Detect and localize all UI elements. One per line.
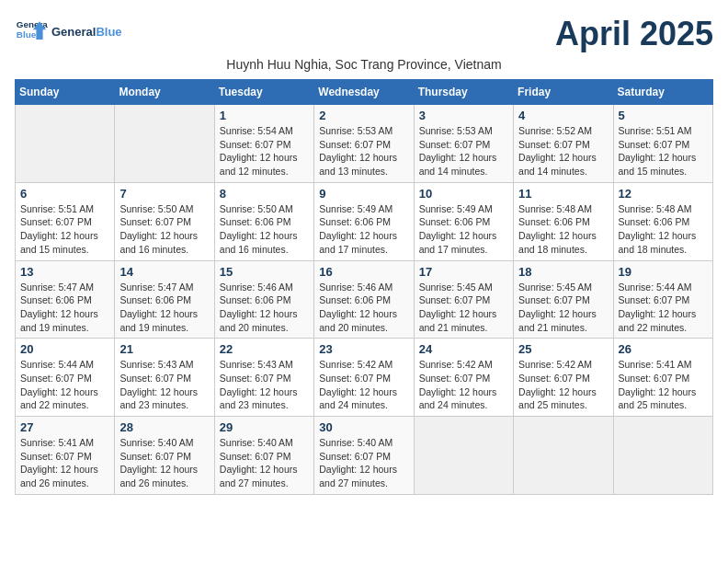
day-info: Sunrise: 5:50 AM Sunset: 6:06 PM Dayligh…	[220, 202, 309, 257]
day-number: 18	[518, 265, 608, 279]
calendar-subtitle: Huynh Huu Nghia, Soc Trang Province, Vie…	[15, 57, 713, 72]
calendar-cell: 14Sunrise: 5:47 AM Sunset: 6:06 PM Dayli…	[115, 260, 214, 339]
calendar-cell: 16Sunrise: 5:46 AM Sunset: 6:06 PM Dayli…	[314, 260, 414, 339]
day-number: 2	[319, 109, 408, 122]
day-header-monday: Monday	[115, 80, 214, 105]
day-number: 5	[619, 109, 708, 122]
day-number: 25	[518, 342, 608, 356]
day-number: 15	[220, 265, 309, 279]
calendar-cell: 5Sunrise: 5:51 AM Sunset: 6:07 PM Daylig…	[613, 105, 712, 183]
calendar-cell	[514, 417, 613, 495]
day-number: 30	[319, 420, 408, 434]
day-number: 22	[220, 342, 309, 356]
calendar-table: SundayMondayTuesdayWednesdayThursdayFrid…	[15, 79, 713, 495]
day-info: Sunrise: 5:42 AM Sunset: 6:07 PM Dayligh…	[518, 358, 608, 412]
calendar-cell: 26Sunrise: 5:41 AM Sunset: 6:07 PM Dayli…	[613, 339, 712, 417]
calendar-week-row: 13Sunrise: 5:47 AM Sunset: 6:06 PM Dayli…	[16, 260, 713, 339]
day-number: 16	[319, 265, 408, 279]
calendar-cell: 10Sunrise: 5:49 AM Sunset: 6:06 PM Dayli…	[414, 182, 513, 260]
day-number: 24	[419, 342, 508, 356]
calendar-cell: 30Sunrise: 5:40 AM Sunset: 6:07 PM Dayli…	[314, 417, 414, 495]
calendar-cell: 21Sunrise: 5:43 AM Sunset: 6:07 PM Dayli…	[115, 339, 214, 417]
day-number: 27	[20, 420, 109, 434]
day-header-friday: Friday	[514, 80, 613, 105]
day-info: Sunrise: 5:49 AM Sunset: 6:06 PM Dayligh…	[419, 202, 508, 257]
calendar-cell: 25Sunrise: 5:42 AM Sunset: 6:07 PM Dayli…	[514, 339, 613, 417]
calendar-week-row: 1Sunrise: 5:54 AM Sunset: 6:07 PM Daylig…	[16, 105, 713, 183]
day-info: Sunrise: 5:40 AM Sunset: 6:07 PM Dayligh…	[220, 436, 309, 490]
day-info: Sunrise: 5:44 AM Sunset: 6:07 PM Dayligh…	[619, 281, 708, 335]
day-number: 10	[419, 187, 508, 201]
day-info: Sunrise: 5:48 AM Sunset: 6:06 PM Dayligh…	[619, 202, 708, 257]
calendar-cell: 1Sunrise: 5:54 AM Sunset: 6:07 PM Daylig…	[214, 105, 313, 183]
day-info: Sunrise: 5:53 AM Sunset: 6:07 PM Dayligh…	[419, 124, 508, 178]
day-info: Sunrise: 5:51 AM Sunset: 6:07 PM Dayligh…	[20, 202, 109, 257]
day-header-tuesday: Tuesday	[214, 80, 313, 105]
calendar-cell: 7Sunrise: 5:50 AM Sunset: 6:07 PM Daylig…	[115, 182, 214, 260]
calendar-cell: 18Sunrise: 5:45 AM Sunset: 6:07 PM Dayli…	[514, 260, 613, 339]
day-info: Sunrise: 5:50 AM Sunset: 6:07 PM Dayligh…	[119, 202, 209, 257]
calendar-cell	[613, 417, 712, 495]
day-number: 21	[119, 342, 209, 356]
day-info: Sunrise: 5:49 AM Sunset: 6:06 PM Dayligh…	[319, 202, 408, 257]
day-info: Sunrise: 5:47 AM Sunset: 6:06 PM Dayligh…	[20, 281, 109, 335]
day-header-sunday: Sunday	[16, 80, 115, 105]
svg-text:Blue: Blue	[17, 29, 37, 40]
day-header-saturday: Saturday	[613, 80, 712, 105]
day-info: Sunrise: 5:53 AM Sunset: 6:07 PM Dayligh…	[319, 124, 408, 178]
day-number: 12	[619, 187, 708, 201]
calendar-week-row: 6Sunrise: 5:51 AM Sunset: 6:07 PM Daylig…	[16, 182, 713, 260]
calendar-cell: 17Sunrise: 5:45 AM Sunset: 6:07 PM Dayli…	[414, 260, 513, 339]
day-number: 28	[119, 420, 209, 434]
day-header-wednesday: Wednesday	[314, 80, 414, 105]
month-title: April 2025	[555, 15, 713, 53]
calendar-cell: 23Sunrise: 5:42 AM Sunset: 6:07 PM Dayli…	[314, 339, 414, 417]
day-info: Sunrise: 5:41 AM Sunset: 6:07 PM Dayligh…	[619, 358, 708, 412]
calendar-week-row: 27Sunrise: 5:41 AM Sunset: 6:07 PM Dayli…	[16, 417, 713, 495]
calendar-header-row: SundayMondayTuesdayWednesdayThursdayFrid…	[16, 80, 713, 105]
day-number: 26	[619, 342, 708, 356]
calendar-cell	[115, 105, 214, 183]
calendar-cell: 8Sunrise: 5:50 AM Sunset: 6:06 PM Daylig…	[214, 182, 313, 260]
day-info: Sunrise: 5:54 AM Sunset: 6:07 PM Dayligh…	[220, 124, 309, 178]
day-info: Sunrise: 5:40 AM Sunset: 6:07 PM Dayligh…	[119, 436, 209, 490]
day-info: Sunrise: 5:42 AM Sunset: 6:07 PM Dayligh…	[319, 358, 408, 412]
day-number: 4	[518, 109, 608, 122]
day-info: Sunrise: 5:41 AM Sunset: 6:07 PM Dayligh…	[20, 436, 109, 490]
calendar-cell: 9Sunrise: 5:49 AM Sunset: 6:06 PM Daylig…	[314, 182, 414, 260]
day-number: 6	[20, 187, 109, 201]
day-info: Sunrise: 5:46 AM Sunset: 6:06 PM Dayligh…	[319, 281, 408, 335]
calendar-cell: 27Sunrise: 5:41 AM Sunset: 6:07 PM Dayli…	[16, 417, 115, 495]
day-info: Sunrise: 5:51 AM Sunset: 6:07 PM Dayligh…	[619, 124, 708, 178]
day-info: Sunrise: 5:43 AM Sunset: 6:07 PM Dayligh…	[220, 358, 309, 412]
day-info: Sunrise: 5:52 AM Sunset: 6:07 PM Dayligh…	[518, 124, 608, 178]
logo: General Blue GeneralBlue	[15, 15, 122, 48]
logo-icon: General Blue	[15, 15, 48, 48]
calendar-cell	[414, 417, 513, 495]
day-number: 29	[220, 420, 309, 434]
day-info: Sunrise: 5:42 AM Sunset: 6:07 PM Dayligh…	[419, 358, 508, 412]
day-number: 14	[119, 265, 209, 279]
day-number: 13	[20, 265, 109, 279]
calendar-cell: 4Sunrise: 5:52 AM Sunset: 6:07 PM Daylig…	[514, 105, 613, 183]
day-info: Sunrise: 5:48 AM Sunset: 6:06 PM Dayligh…	[518, 202, 608, 257]
day-info: Sunrise: 5:43 AM Sunset: 6:07 PM Dayligh…	[119, 358, 209, 412]
calendar-cell: 24Sunrise: 5:42 AM Sunset: 6:07 PM Dayli…	[414, 339, 513, 417]
calendar-cell: 13Sunrise: 5:47 AM Sunset: 6:06 PM Dayli…	[16, 260, 115, 339]
day-number: 20	[20, 342, 109, 356]
day-number: 19	[619, 265, 708, 279]
calendar-cell: 3Sunrise: 5:53 AM Sunset: 6:07 PM Daylig…	[414, 105, 513, 183]
day-info: Sunrise: 5:45 AM Sunset: 6:07 PM Dayligh…	[518, 281, 608, 335]
calendar-cell: 2Sunrise: 5:53 AM Sunset: 6:07 PM Daylig…	[314, 105, 414, 183]
calendar-cell: 20Sunrise: 5:44 AM Sunset: 6:07 PM Dayli…	[16, 339, 115, 417]
day-info: Sunrise: 5:47 AM Sunset: 6:06 PM Dayligh…	[119, 281, 209, 335]
day-info: Sunrise: 5:46 AM Sunset: 6:06 PM Dayligh…	[220, 281, 309, 335]
day-info: Sunrise: 5:45 AM Sunset: 6:07 PM Dayligh…	[419, 281, 508, 335]
calendar-cell: 22Sunrise: 5:43 AM Sunset: 6:07 PM Dayli…	[214, 339, 313, 417]
day-number: 7	[119, 187, 209, 201]
day-number: 17	[419, 265, 508, 279]
calendar-week-row: 20Sunrise: 5:44 AM Sunset: 6:07 PM Dayli…	[16, 339, 713, 417]
day-number: 3	[419, 109, 508, 122]
calendar-cell: 19Sunrise: 5:44 AM Sunset: 6:07 PM Dayli…	[613, 260, 712, 339]
calendar-cell: 15Sunrise: 5:46 AM Sunset: 6:06 PM Dayli…	[214, 260, 313, 339]
